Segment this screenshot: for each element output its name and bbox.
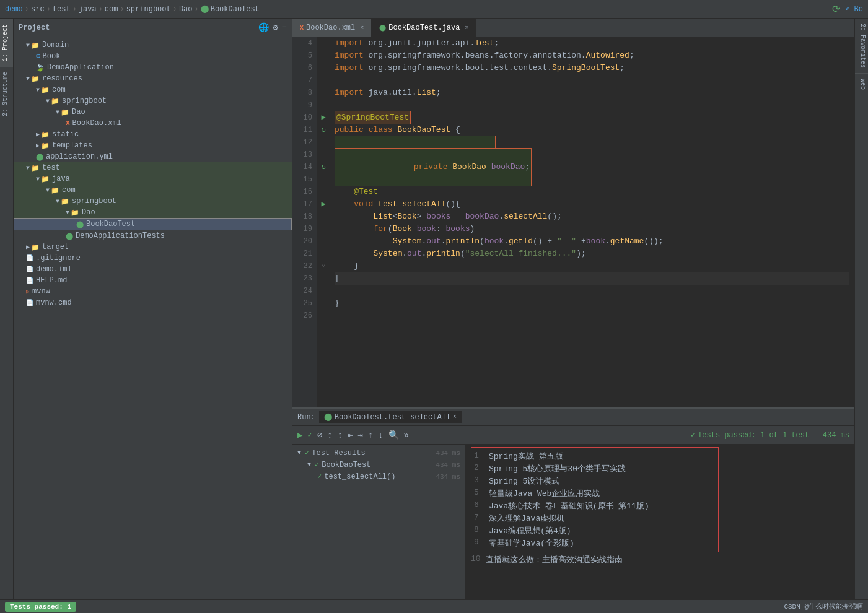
run-method-btn[interactable]: ▶ [317,198,330,211]
code-editor[interactable]: 4 5 6 7 8 9 10 11 12 13 14 15 16 17 18 1… [292,37,854,407]
sidebar-tab-structure[interactable]: 2: Structure [0,66,13,121]
run-tree-item-results[interactable]: ▼ ✓ Test Results 434 ms [292,447,465,459]
indent-right-button[interactable]: ⇥ [357,430,362,440]
check-icon: ✓ [691,430,695,440]
back-icon[interactable]: ↶ Bo [845,4,863,14]
rerun-check-button[interactable]: ✓ [307,430,312,440]
tree-item-springboot-res[interactable]: ▼ 📁 springboot [14,95,292,107]
tree-item-mvnw[interactable]: ▷ mvnw [14,286,292,297]
breadcrumb-file[interactable]: BookDaoTest [211,5,260,14]
search-button[interactable]: 🔍 [388,430,399,440]
sort-asc-button[interactable]: ↕ [327,430,332,440]
code-line-17: void test_selectAll(){ [335,198,849,211]
tree-item-dao-res[interactable]: ▼ 📁 Dao [14,107,292,118]
indent-left-button[interactable]: ⇤ [348,430,353,440]
arrow-icon: ▼ [56,198,59,205]
tree-item-demoapplicationtests[interactable]: ⬤ DemoApplicationTests [14,230,292,241]
tree-item-com-res[interactable]: ▼ 📁 com [14,84,292,95]
minimize-icon[interactable]: − [282,22,287,33]
code-line-23[interactable]: | [335,272,849,285]
fold-btn[interactable]: ▽ [317,260,330,272]
globe-icon[interactable]: 🌐 [258,22,269,33]
down-button[interactable]: ↓ [378,430,383,440]
check-icon: ✓ [317,472,322,481]
tree-item-templates[interactable]: ▶ 📁 templates [14,140,292,151]
folder-icon: 📁 [41,131,50,139]
arrow-icon: ▼ [36,176,40,183]
run-class-btn[interactable]: ↻ [317,124,330,136]
line-numbers: 4 5 6 7 8 9 10 11 12 13 14 15 16 17 18 1… [292,37,317,407]
breadcrumb-springboot[interactable]: springboot [126,5,171,14]
code-content[interactable]: import org.junit.jupiter.api.Test; impor… [330,37,854,407]
code-line-25: } [335,297,849,310]
tree-item-book[interactable]: C Book [14,51,292,62]
tree-item-bookdao-xml[interactable]: X BookDao.xml [14,118,292,129]
play-button[interactable]: ▶ [297,430,302,440]
breadcrumb-test[interactable]: test [53,5,71,14]
tree-item-static[interactable]: ▶ 📁 static [14,129,292,140]
folder-icon: 📁 [61,198,69,206]
tab-bookdao-xml[interactable]: X BookDao.xml × [292,19,372,37]
settings-icon[interactable]: ⚙ [273,22,278,33]
tree-item-com-test[interactable]: ▼ 📁 com [14,185,292,196]
run-tree-item-test-selectall[interactable]: ✓ test_selectAll() 434 ms [292,471,465,482]
tree-item-mvnw-cmd[interactable]: 📄 mvnw.cmd [14,297,292,308]
tab-close-icon[interactable]: × [360,25,364,32]
output-num: 2 [474,463,484,472]
sync-icon[interactable]: ⟳ [832,3,840,15]
check-icon: ✓ [305,448,309,458]
breadcrumb-java[interactable]: java [79,5,97,14]
run-tab[interactable]: ⬤ BookDaoTest.test_selectAll × [319,411,462,423]
output-text: 直播就这么做：主播高效沟通实战指南 [486,554,623,565]
status-right: CSDN @什么时候能变强啊 [784,602,863,611]
breadcrumb-com[interactable]: com [105,5,118,14]
right-tab-web[interactable]: Web [855,74,868,95]
tree-item-springboot-test[interactable]: ▼ 📁 springboot [14,196,292,207]
run-tree: ▼ ✓ Test Results 434 ms ▼ ✓ BookDaoTest … [292,445,466,599]
tree-arrow: ▼ [297,450,301,456]
project-panel: Project 🌐 ⚙ − ▼ 📁 Domain C Book � [14,19,292,599]
tab-bookdaotest-java[interactable]: ⬤ BookDaoTest.java × [372,19,476,37]
tree-label: BookDao.xml [72,119,121,128]
right-tab-favorites[interactable]: 2: Favorites [855,19,868,74]
tab-close-active-icon[interactable]: × [465,25,468,32]
top-bar-right: ⟳ ↶ Bo [832,3,863,15]
tree-item-target[interactable]: ▶ 📁 target [14,241,292,253]
sort-desc-button[interactable]: ↕ [338,430,343,440]
gutter: ▶ ↻ ↻ ▶ ▽ [317,37,330,407]
misc-icon: 📄 [26,266,33,273]
arrow-icon: ▶ [26,243,30,251]
more-button[interactable]: » [404,430,409,440]
tree-label: DemoApplicationTests [76,232,165,240]
tree-label: mvnw.cmd [36,298,72,307]
run-tab-close[interactable]: × [453,414,457,420]
tree-item-resources[interactable]: ▼ 📁 resources [14,73,292,84]
breadcrumb-dao[interactable]: Dao [179,5,193,14]
tree-item-help-md[interactable]: 📄 HELP.md [14,275,292,286]
tree-item-bookdaotest[interactable]: ⬤ BookDaoTest [14,218,292,230]
tree-item-demo-iml[interactable]: 📄 demo.iml [14,264,292,275]
tree-item-java[interactable]: ▼ 📁 java [14,173,292,185]
arrow-icon: ▶ [36,142,40,149]
tree-item-dao-test[interactable]: ▼ 📁 Dao [14,207,292,218]
status-left: Tests passed: 1 [5,602,76,612]
sidebar-tab-project[interactable]: 1: Project [0,19,13,66]
run-field-btn[interactable]: ↻ [317,161,330,173]
run-annotation-btn[interactable]: ▶ [317,111,330,124]
output-text: 轻量级Java Web企业应用实战 [489,488,600,499]
tree-label: springboot [62,97,107,105]
tree-item-domain[interactable]: ▼ 📁 Domain [14,40,292,51]
tree-item-test[interactable]: ▼ 📁 test [14,162,292,173]
tree-item-demoapplication[interactable]: 🍃 DemoApplication [14,62,292,73]
tree-item-gitignore[interactable]: 📄 .gitignore [14,253,292,264]
up-button[interactable]: ↑ [368,430,373,440]
breadcrumb-demo[interactable]: demo [5,5,23,14]
folder-icon: 📁 [71,209,79,217]
tree-label: Book [43,52,61,61]
java-tab-icon: ⬤ [379,24,386,32]
run-tree-item-bookdaotest[interactable]: ▼ ✓ BookDaoTest 434 ms [292,459,465,471]
tree-item-application-yml[interactable]: ⬤ application.yml [14,151,292,162]
stop-button[interactable]: ⊘ [317,430,322,440]
breadcrumb-src[interactable]: src [31,5,45,14]
tree-label: templates [52,141,92,150]
